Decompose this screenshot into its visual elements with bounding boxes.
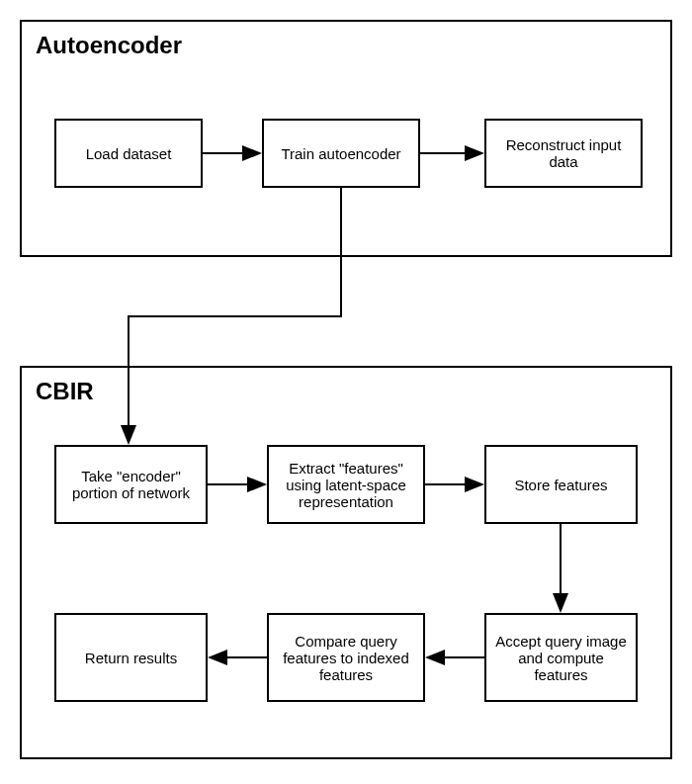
box-store-features-label: Store features — [514, 477, 607, 493]
box-load-dataset-label: Load dataset — [86, 145, 172, 162]
box-compare-features-label: Compare query features to indexed featur… — [275, 633, 417, 683]
box-accept-query: Accept query image and compute features — [484, 613, 638, 702]
box-compare-features: Compare query features to indexed featur… — [267, 613, 425, 702]
box-take-encoder: Take "encoder" portion of network — [54, 445, 208, 524]
box-accept-query-label: Accept query image and compute features — [492, 633, 630, 683]
box-reconstruct-input-label: Reconstruct input data — [492, 136, 635, 170]
box-reconstruct-input: Reconstruct input data — [484, 119, 643, 188]
box-take-encoder-label: Take "encoder" portion of network — [62, 468, 200, 501]
box-train-autoencoder-label: Train autoencoder — [281, 145, 400, 162]
box-extract-features-label: Extract "features" using latent-space re… — [275, 460, 417, 510]
box-train-autoencoder: Train autoencoder — [262, 119, 420, 188]
box-extract-features: Extract "features" using latent-space re… — [267, 445, 425, 524]
box-return-results-label: Return results — [85, 650, 177, 666]
autoencoder-title: Autoencoder — [36, 32, 182, 59]
box-load-dataset: Load dataset — [54, 119, 203, 188]
box-return-results: Return results — [54, 613, 208, 702]
cbir-title: CBIR — [36, 378, 94, 405]
box-store-features: Store features — [484, 445, 638, 524]
